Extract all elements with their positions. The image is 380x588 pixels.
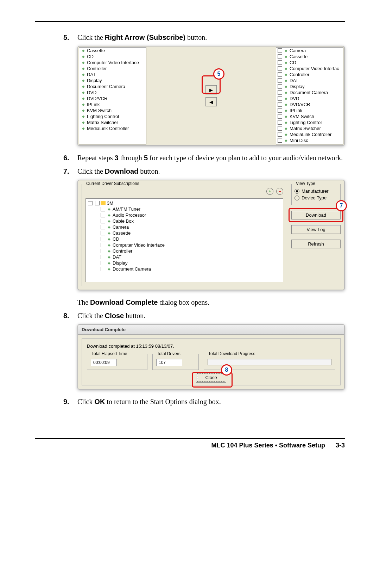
device-icon: ◆ — [106, 255, 112, 259]
checkbox-icon[interactable] — [278, 60, 282, 65]
device-icon: ◆ — [81, 90, 86, 95]
checkbox-icon[interactable] — [101, 231, 105, 235]
list-item[interactable]: ◆Document Camera — [79, 83, 146, 89]
list-item-label: Mini Disc — [290, 138, 308, 143]
checkbox-icon[interactable] — [278, 84, 282, 89]
list-item[interactable]: ◆Camera — [276, 48, 343, 54]
list-item[interactable]: ◆CD — [276, 60, 343, 66]
list-item-label: Controller — [290, 72, 309, 77]
checkbox-icon[interactable] — [278, 126, 282, 131]
radio-manufacturer-row[interactable]: Manufacturer — [294, 188, 337, 194]
checkbox-icon[interactable] — [101, 207, 105, 211]
list-item[interactable]: ◆Display — [276, 83, 343, 89]
subscribed-list[interactable]: ◆Camera◆Cassette◆CD◆Computer Video Inter… — [276, 47, 343, 144]
list-item[interactable]: ◆Controller — [276, 72, 343, 78]
list-item[interactable]: ◆MediaLink Controller — [79, 125, 146, 131]
list-item[interactable]: ◆CD — [79, 54, 146, 60]
checkbox-icon[interactable] — [101, 249, 105, 253]
checkbox-icon[interactable] — [278, 96, 282, 101]
tree-item[interactable]: ◆Display — [88, 260, 283, 266]
checkbox-icon[interactable] — [278, 54, 282, 59]
list-item-label: MediaLink Controller — [87, 126, 129, 131]
tree-item[interactable]: ◆Cable Box — [88, 218, 283, 224]
available-list[interactable]: ◆Cassette◆CD◆Computer Video Interface◆Co… — [79, 47, 146, 144]
checkbox-icon[interactable] — [278, 108, 282, 113]
left-arrow-unsubscribe-button[interactable]: ◀ — [205, 97, 217, 106]
device-icon: ◆ — [283, 132, 289, 137]
close-button[interactable]: Close — [197, 373, 225, 382]
checkbox-icon[interactable] — [278, 90, 282, 95]
list-item[interactable]: ◆IPLink — [79, 101, 146, 107]
list-item-label: Matrix Switcher — [87, 120, 118, 125]
checkbox-icon[interactable] — [278, 114, 282, 119]
checkbox-icon[interactable] — [278, 120, 282, 125]
list-item[interactable]: ◆MediaLink Controller — [276, 131, 343, 137]
step-7-post: button. — [138, 167, 160, 175]
list-item[interactable]: ◆Mini Disc — [276, 137, 343, 143]
list-item[interactable]: ◆DAT — [79, 72, 146, 78]
checkbox-icon[interactable] — [278, 66, 282, 71]
checkbox-icon[interactable] — [101, 237, 105, 241]
list-item[interactable]: ◆Matrix Switcher — [79, 119, 146, 125]
subscription-tree[interactable]: − 3M ◆AM/FM Tuner◆Audio Processor◆Cable … — [86, 198, 283, 282]
checkbox-icon[interactable] — [278, 48, 282, 53]
add-subscription-icon[interactable]: + — [266, 188, 273, 195]
refresh-button[interactable]: Refresh — [291, 240, 341, 248]
tree-item[interactable]: ◆Document Camera — [88, 266, 283, 272]
list-item[interactable]: ◆DVD — [79, 89, 146, 95]
list-item[interactable]: ◆Cassette — [276, 54, 343, 60]
list-item[interactable]: ◆Lighting Control — [79, 113, 146, 119]
checkbox-icon[interactable] — [101, 255, 105, 259]
tree-item[interactable]: ◆Computer Video Interface — [88, 242, 283, 248]
checkbox-icon[interactable] — [101, 213, 105, 217]
tree-item[interactable]: ◆AM/FM Tuner — [88, 206, 283, 212]
list-item[interactable]: ◆KVM Switch — [276, 113, 343, 119]
checkbox-icon[interactable] — [101, 267, 105, 271]
radio-devicetype-row[interactable]: Device Type — [294, 195, 337, 200]
checkbox-icon[interactable] — [101, 225, 105, 229]
list-item[interactable]: ◆Document Camera — [276, 89, 343, 95]
checkbox-icon[interactable] — [101, 243, 105, 247]
checkbox-icon[interactable] — [278, 138, 282, 143]
list-item-label: Cassette — [87, 48, 105, 53]
list-item[interactable]: ◆Computer Video Interfac — [276, 66, 343, 72]
list-item-label: Cassette — [290, 54, 308, 59]
checkbox-icon[interactable] — [278, 78, 282, 83]
tree-item[interactable]: ◆Controller — [88, 248, 283, 254]
list-item[interactable]: ◆Matrix Switcher — [276, 125, 343, 131]
list-item[interactable]: ◆KVM Switch — [79, 107, 146, 113]
step-6: 6. Repeat steps 3 through 5 for each typ… — [63, 153, 345, 163]
radio-devicetype[interactable] — [294, 196, 299, 200]
tree-item[interactable]: ◆Camera — [88, 224, 283, 230]
list-item[interactable]: ◆DVD — [276, 95, 343, 101]
view-log-button[interactable]: View Log — [291, 225, 341, 234]
tree-item[interactable]: ◆CD — [88, 236, 283, 242]
list-item[interactable]: ◆DAT — [276, 78, 343, 83]
right-arrow-subscribe-button[interactable]: ▶ — [205, 85, 217, 94]
checkbox-icon[interactable] — [278, 102, 282, 107]
tree-item[interactable]: ◆DAT — [88, 254, 283, 260]
list-item[interactable]: ◆Lighting Control — [276, 119, 343, 125]
subscriptions-legend: Current Driver Subscriptions — [85, 181, 141, 186]
device-icon: ◆ — [283, 66, 289, 71]
remove-subscription-icon[interactable]: − — [276, 188, 283, 195]
list-item-label: Matrix Switcher — [290, 126, 321, 131]
list-item[interactable]: ◆Display — [79, 78, 146, 83]
checkbox-icon[interactable] — [278, 72, 282, 77]
list-item[interactable]: ◆IPLink — [276, 107, 343, 113]
list-item[interactable]: ◆Controller — [79, 66, 146, 72]
dc-bold: Download Complete — [90, 298, 158, 306]
checkbox-icon[interactable] — [101, 219, 105, 223]
tree-root-row[interactable]: − 3M — [88, 200, 283, 206]
device-icon: ◆ — [283, 54, 289, 59]
list-item[interactable]: ◆Cassette — [79, 48, 146, 54]
list-item[interactable]: ◆DVD/VCR — [79, 95, 146, 101]
radio-manufacturer[interactable] — [294, 189, 299, 194]
tree-item[interactable]: ◆Cassette — [88, 230, 283, 236]
list-item[interactable]: ◆Computer Video Interface — [79, 60, 146, 66]
list-item[interactable]: ◆DVD/VCR — [276, 101, 343, 107]
download-button[interactable]: Download — [291, 211, 341, 219]
tree-item[interactable]: ◆Audio Processor — [88, 212, 283, 218]
checkbox-icon[interactable] — [278, 132, 282, 137]
checkbox-icon[interactable] — [101, 261, 105, 265]
